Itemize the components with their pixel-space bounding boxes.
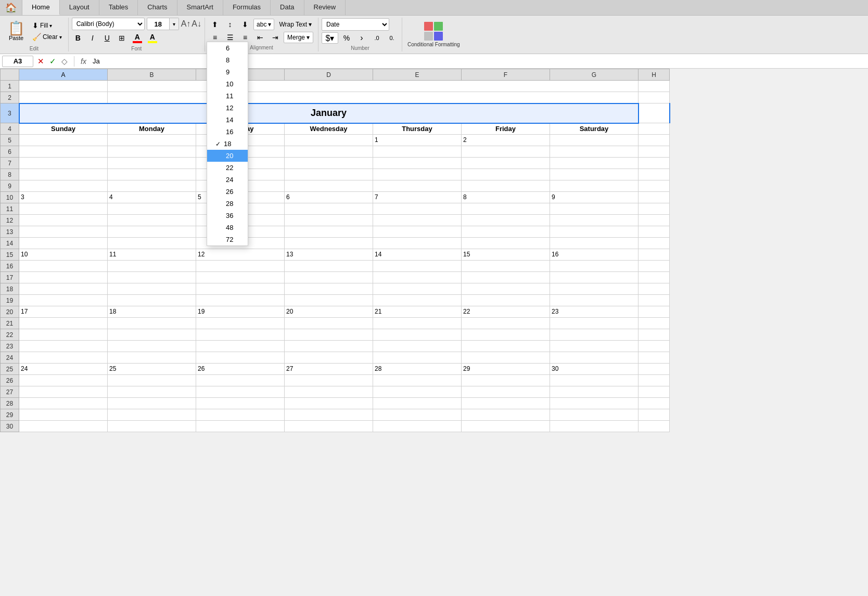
italic-button[interactable]: I <box>86 32 99 44</box>
col-header-B[interactable]: B <box>108 69 196 81</box>
cell-saturday[interactable]: Saturday <box>550 123 639 135</box>
col-header-E[interactable]: E <box>373 69 462 81</box>
align-middle-button[interactable]: ↕ <box>223 19 237 30</box>
expand-formula-icon[interactable]: ◇ <box>59 56 70 67</box>
row-num-4[interactable]: 4 <box>1 123 19 135</box>
cell-monday[interactable]: Monday <box>108 123 196 135</box>
font-size-option-8[interactable]: 8 <box>207 54 248 66</box>
underline-button[interactable]: U <box>101 32 113 44</box>
fill-button[interactable]: ⬇ Fill ▾ <box>30 20 64 31</box>
font-grow-icon[interactable]: A↑ <box>181 19 191 29</box>
fill-arrow-icon[interactable]: ▾ <box>49 23 52 29</box>
col-header-G[interactable]: G <box>550 69 639 81</box>
cell-B2[interactable] <box>108 92 639 103</box>
cell-H1[interactable] <box>639 81 670 92</box>
confirm-formula-icon[interactable]: ✓ <box>47 56 58 67</box>
text-direction-label: abc <box>257 21 266 28</box>
fill-icon: ⬇ <box>32 21 39 30</box>
wrap-text-button[interactable]: Wrap Text ▾ <box>276 19 315 30</box>
comma-button[interactable]: › <box>355 32 368 44</box>
cell-H2[interactable] <box>639 92 670 103</box>
col-header-A[interactable]: A <box>19 69 108 81</box>
row-num-3[interactable]: 3 <box>1 103 19 123</box>
table-row: 6 <box>1 146 670 158</box>
tab-review[interactable]: Review <box>304 0 346 15</box>
font-size-option-18[interactable]: 18 <box>207 138 248 150</box>
row-num-1[interactable]: 1 <box>1 81 19 92</box>
tab-formulas[interactable]: Formulas <box>223 0 271 15</box>
table-row: 20 17 18 19 20 21 22 23 <box>1 306 670 318</box>
col-header-H[interactable]: H <box>639 69 670 81</box>
cell-wednesday[interactable]: Wednesday <box>285 123 373 135</box>
font-size-dropdown-arrow[interactable]: ▾ <box>170 18 179 30</box>
font-shrink-icon[interactable]: A↓ <box>192 19 201 29</box>
col-header-F[interactable]: F <box>462 69 550 81</box>
decrease-decimal-button[interactable]: .0 <box>370 32 384 44</box>
table-row: 22 <box>1 329 670 341</box>
font-size-option-14[interactable]: 14 <box>207 114 248 126</box>
font-size-option-10[interactable]: 10 <box>207 78 248 90</box>
tab-layout[interactable]: Layout <box>60 0 99 15</box>
font-size-option-28[interactable]: 28 <box>207 198 248 210</box>
font-size-dropdown: 6 8 9 10 11 12 14 16 18 20 22 24 26 28 3… <box>207 42 248 246</box>
paste-button[interactable]: 📋 Paste <box>4 20 28 43</box>
cell-H4[interactable] <box>639 123 670 135</box>
text-direction-button[interactable]: abc ▾ <box>253 19 274 30</box>
font-size-option-6[interactable]: 6 <box>207 42 248 54</box>
percent-button[interactable]: % <box>340 32 353 44</box>
number-format-select[interactable]: Date <box>322 18 389 31</box>
font-size-option-12[interactable]: 12 <box>207 102 248 114</box>
font-size-input[interactable] <box>147 18 170 30</box>
cell-friday[interactable]: Friday <box>462 123 550 135</box>
cancel-formula-icon[interactable]: ✕ <box>35 56 46 67</box>
increase-indent-button[interactable]: ⇥ <box>269 32 282 43</box>
table-row: 7 <box>1 158 670 169</box>
font-size-option-22[interactable]: 22 <box>207 162 248 174</box>
cell-january[interactable]: January <box>19 103 639 123</box>
tab-tables[interactable]: Tables <box>99 0 138 15</box>
row-num-2[interactable]: 2 <box>1 92 19 103</box>
font-size-option-72[interactable]: 72 <box>207 234 248 245</box>
cell-A2[interactable] <box>19 92 108 103</box>
font-size-option-20[interactable]: 20 <box>207 150 248 162</box>
highlight-button[interactable]: A <box>147 32 158 44</box>
clear-button[interactable]: 🧹 Clear ▾ <box>30 32 64 42</box>
tab-data[interactable]: Data <box>271 0 304 15</box>
number-group-label: Number <box>322 45 399 51</box>
merge-arrow-icon: ▾ <box>307 34 310 41</box>
cell-sunday[interactable]: Sunday <box>19 123 108 135</box>
font-size-option-48[interactable]: 48 <box>207 222 248 234</box>
cell-thursday[interactable]: Thursday <box>373 123 462 135</box>
font-name-select[interactable]: Calibri (Body) <box>72 18 145 30</box>
conditional-formatting-button[interactable]: Conditional Formatting <box>407 22 460 48</box>
align-bottom-button[interactable]: ⬇ <box>238 19 252 30</box>
align-top-button[interactable]: ⬆ <box>208 19 222 30</box>
merge-button[interactable]: Merge ▾ <box>284 32 313 43</box>
bold-button[interactable]: B <box>72 32 84 44</box>
cell-A1[interactable] <box>19 81 108 92</box>
font-size-option-24[interactable]: 24 <box>207 174 248 186</box>
tab-charts[interactable]: Charts <box>138 0 177 15</box>
tab-home[interactable]: Home <box>22 0 60 15</box>
increase-decimal-button[interactable]: 0. <box>385 32 399 44</box>
font-size-option-11[interactable]: 11 <box>207 90 248 102</box>
decrease-indent-button[interactable]: ⇤ <box>253 32 267 43</box>
border-button[interactable]: ⊞ <box>116 32 128 44</box>
table-row: 9 <box>1 180 670 192</box>
currency-button[interactable]: $▾ <box>322 32 338 44</box>
cell-H3[interactable] <box>639 103 670 123</box>
font-size-option-26[interactable]: 26 <box>207 186 248 198</box>
number-group: Date $▾ % › .0 0. Number <box>318 18 402 51</box>
font-size-option-36[interactable]: 36 <box>207 210 248 222</box>
col-header-D[interactable]: D <box>285 69 373 81</box>
corner-header <box>1 69 19 81</box>
font-size-option-9[interactable]: 9 <box>207 66 248 78</box>
cell-B1[interactable] <box>108 81 639 92</box>
cell-reference-input[interactable] <box>2 56 33 67</box>
font-size-option-16[interactable]: 16 <box>207 126 248 138</box>
table-row: 23 <box>1 341 670 352</box>
font-color-button[interactable]: A <box>130 32 145 44</box>
tab-smartart[interactable]: SmartArt <box>177 0 223 15</box>
clear-arrow-icon[interactable]: ▾ <box>59 34 62 40</box>
clear-label: Clear <box>43 33 58 41</box>
